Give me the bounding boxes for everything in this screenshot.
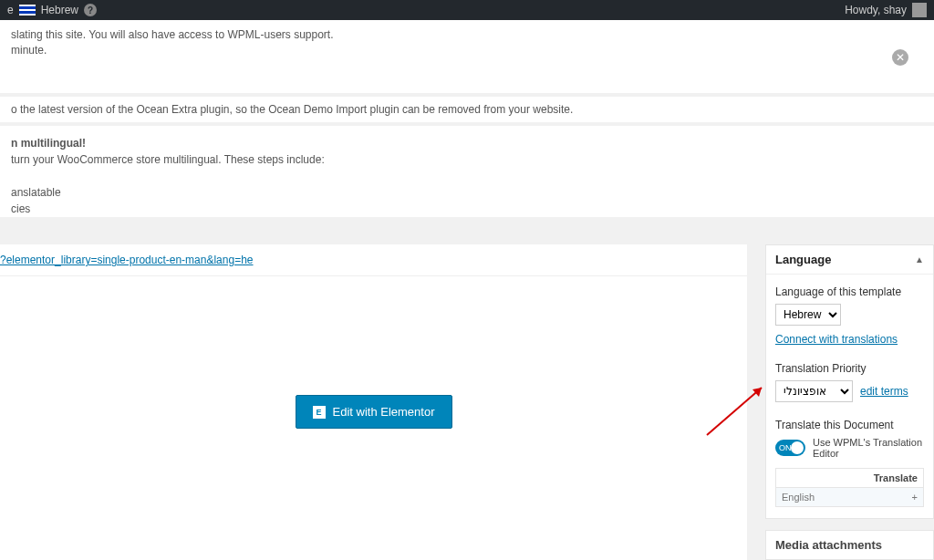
- avatar[interactable]: [912, 3, 927, 17]
- edit-terms-link[interactable]: edit terms: [860, 385, 908, 398]
- woocommerce-notice-bullet2: cies: [11, 201, 923, 217]
- translation-editor-toggle[interactable]: ON: [775, 440, 805, 456]
- language-select[interactable]: Hebrew: [775, 304, 841, 326]
- wpml-notice: slating this site. You will also have ac…: [0, 20, 934, 93]
- dismiss-notice-button[interactable]: ✕: [892, 49, 908, 66]
- translate-table: Translate English +: [775, 468, 924, 507]
- woocommerce-notice: n multilingual! turn your WooCommerce st…: [0, 126, 934, 217]
- wpml-notice-line2: minute.: [11, 43, 923, 58]
- woocommerce-notice-title: n multilingual!: [11, 137, 86, 150]
- elementor-icon: E: [313, 406, 326, 419]
- add-translation-button[interactable]: +: [912, 492, 918, 503]
- ocean-notice: o the latest version of the Ocean Extra …: [0, 97, 934, 122]
- edit-with-elementor-button[interactable]: E Edit with Elementor: [296, 395, 452, 429]
- media-attachments-title: Media attachments: [766, 531, 933, 559]
- translate-table-lang: English: [782, 492, 815, 503]
- translate-table-header: Translate: [776, 469, 924, 488]
- language-panel-title: Language: [775, 253, 831, 266]
- adminbar-language[interactable]: Hebrew: [41, 4, 78, 16]
- woocommerce-notice-line: turn your WooCommerce store multilingual…: [11, 151, 923, 168]
- language-of-template-label: Language of this template: [775, 285, 924, 298]
- adminbar-left-fragment: e: [7, 4, 14, 16]
- translate-document-label: Translate this Document: [775, 419, 924, 431]
- woocommerce-notice-bullet1: anslatable: [11, 184, 923, 201]
- help-icon[interactable]: ?: [84, 4, 97, 16]
- connect-translations-link[interactable]: Connect with translations: [775, 333, 898, 346]
- translation-priority-select[interactable]: אופציונלי: [775, 380, 853, 402]
- flag-israel-icon: [19, 5, 36, 16]
- table-row: English +: [776, 488, 924, 507]
- howdy-text[interactable]: Howdy, shay: [845, 4, 907, 16]
- permalink-link[interactable]: ?elementor_library=single-product-en-man…: [0, 254, 254, 266]
- wpml-notice-line1: slating this site. You will also have ac…: [11, 27, 923, 43]
- translation-editor-toggle-label: Use WPML's Translation Editor: [813, 437, 924, 459]
- translation-priority-label: Translation Priority: [775, 362, 924, 375]
- panel-toggle-icon[interactable]: ▲: [915, 254, 924, 264]
